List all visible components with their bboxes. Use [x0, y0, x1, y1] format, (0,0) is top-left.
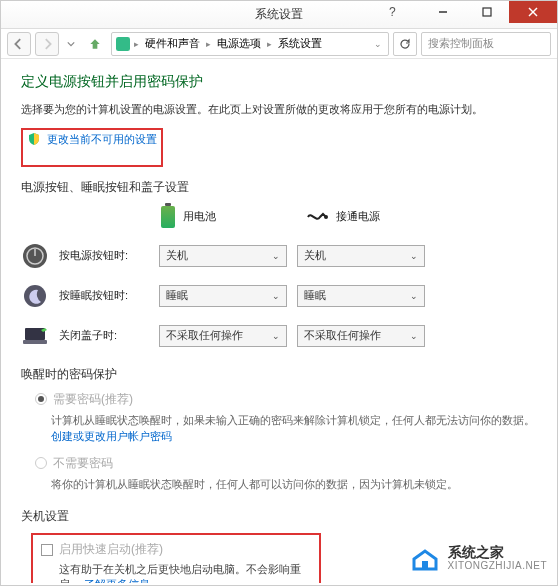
nav-back-button[interactable] — [7, 32, 31, 56]
radio-icon — [35, 457, 47, 469]
moon-icon — [21, 282, 49, 310]
titlebar: 系统设置 ? — [1, 1, 557, 29]
minimize-button[interactable] — [421, 1, 465, 23]
search-placeholder: 搜索控制面板 — [428, 36, 494, 51]
breadcrumb-item[interactable]: 电源选项 — [215, 36, 263, 51]
change-unavailable-link[interactable]: 更改当前不可用的设置 — [27, 132, 157, 147]
radio-require-password: 需要密码(推荐) — [35, 391, 537, 408]
combo-value: 不采取任何操作 — [304, 328, 381, 343]
chevron-down-icon[interactable]: ⌄ — [372, 39, 384, 49]
change-unavailable-label: 更改当前不可用的设置 — [47, 132, 157, 147]
sleep-button-row: 按睡眠按钮时: 睡眠⌄ 睡眠⌄ — [21, 282, 537, 310]
power-icon — [21, 242, 49, 270]
page-title: 定义电源按钮并启用密码保护 — [21, 73, 537, 91]
refresh-button[interactable] — [393, 32, 417, 56]
radio-no-password: 不需要密码 — [35, 455, 537, 472]
breadcrumb-item[interactable]: 系统设置 — [276, 36, 324, 51]
svg-rect-4 — [116, 37, 130, 51]
ac-header: 接通电源 — [306, 209, 380, 224]
power-battery-combo[interactable]: 关机⌄ — [159, 245, 287, 267]
nav-up-button[interactable] — [83, 32, 107, 56]
chevron-down-icon: ⌄ — [272, 331, 280, 341]
nav-recent-button[interactable] — [63, 32, 79, 56]
settings-window: 系统设置 ? ▸ 硬件和声音 — [0, 0, 558, 586]
desc-text: 计算机从睡眠状态唤醒时，如果未输入正确的密码来解除计算机锁定，任何人都无法访问你… — [51, 414, 535, 426]
breadcrumb[interactable]: ▸ 硬件和声音 ▸ 电源选项 ▸ 系统设置 ⌄ — [111, 32, 389, 56]
close-button[interactable] — [509, 1, 557, 23]
control-panel-icon — [116, 37, 130, 51]
page-intro: 选择要为您的计算机设置的电源设置。在此页上对设置所做的更改将应用于您所有的电源计… — [21, 101, 537, 118]
checkbox-icon — [41, 544, 53, 556]
arrow-up-icon — [88, 37, 102, 51]
radio-no-desc: 将你的计算机从睡眠状态唤醒时，任何人都可以访问你的数据，因为计算机未锁定。 — [51, 476, 537, 493]
arrow-right-icon — [41, 38, 53, 50]
breadcrumb-item[interactable]: 硬件和声音 — [143, 36, 202, 51]
power-button-row: 按电源按钮时: 关机⌄ 关机⌄ — [21, 242, 537, 270]
combo-value: 睡眠 — [166, 288, 188, 303]
window-controls — [421, 1, 557, 23]
power-label: 按电源按钮时: — [59, 248, 149, 263]
laptop-icon — [21, 322, 49, 350]
lid-close-row: 关闭盖子时: 不采取任何操作⌄ 不采取任何操作⌄ — [21, 322, 537, 350]
watermark: 系统之家 XITONGZHIJIA.NET — [408, 541, 548, 575]
arrow-left-icon — [13, 38, 25, 50]
lid-ac-combo[interactable]: 不采取任何操作⌄ — [297, 325, 425, 347]
power-ac-combo[interactable]: 关机⌄ — [297, 245, 425, 267]
chevron-down-icon — [67, 40, 75, 48]
sleep-ac-combo[interactable]: 睡眠⌄ — [297, 285, 425, 307]
radio-label: 不需要密码 — [53, 455, 113, 472]
chevron-right-icon: ▸ — [265, 39, 274, 49]
annotation-box-2: 启用快速启动(推荐) 这有助于在关机之后更快地启动电脑。不会影响重启。 了解更多… — [31, 533, 321, 583]
refresh-icon — [399, 38, 411, 50]
help-button[interactable]: ? — [389, 5, 409, 19]
lid-battery-combo[interactable]: 不采取任何操作⌄ — [159, 325, 287, 347]
lid-label: 关闭盖子时: — [59, 328, 149, 343]
change-password-link[interactable]: 创建或更改用户帐户密码 — [51, 430, 172, 442]
radio-icon — [35, 393, 47, 405]
combo-value: 关机 — [166, 248, 188, 263]
battery-header: 用电池 — [161, 206, 216, 228]
maximize-button[interactable] — [465, 1, 509, 23]
chevron-down-icon: ⌄ — [410, 251, 418, 261]
watermark-url: XITONGZHIJIA.NET — [448, 560, 548, 571]
chevron-down-icon: ⌄ — [272, 291, 280, 301]
ac-label: 接通电源 — [336, 209, 380, 224]
chevron-down-icon: ⌄ — [272, 251, 280, 261]
svg-rect-12 — [422, 561, 428, 569]
buttons-section-head: 电源按钮、睡眠按钮和盖子设置 — [21, 179, 537, 196]
navbar: ▸ 硬件和声音 ▸ 电源选项 ▸ 系统设置 ⌄ 搜索控制面板 — [1, 29, 557, 59]
chevron-right-icon: ▸ — [132, 39, 141, 49]
svg-rect-11 — [23, 340, 47, 344]
fast-startup-desc: 这有助于在关机之后更快地启动电脑。不会影响重启。 了解更多信息 — [59, 562, 313, 583]
nav-forward-button[interactable] — [35, 32, 59, 56]
search-input[interactable]: 搜索控制面板 — [421, 32, 551, 56]
window-title: 系统设置 — [255, 6, 303, 23]
battery-icon — [161, 206, 175, 228]
watermark-logo-icon — [408, 541, 442, 575]
combo-value: 关机 — [304, 248, 326, 263]
close-icon — [528, 7, 538, 17]
annotation-box: 更改当前不可用的设置 — [21, 128, 163, 167]
fast-startup-checkbox-row: 启用快速启动(推荐) — [41, 541, 313, 558]
shutdown-section-head: 关机设置 — [21, 508, 537, 525]
minimize-icon — [438, 7, 448, 17]
sleep-label: 按睡眠按钮时: — [59, 288, 149, 303]
fast-startup-label: 启用快速启动(推荐) — [59, 541, 163, 558]
password-section-head: 唤醒时的密码保护 — [21, 366, 537, 383]
watermark-name: 系统之家 — [448, 545, 548, 560]
chevron-down-icon: ⌄ — [410, 331, 418, 341]
radio-label: 需要密码(推荐) — [53, 391, 133, 408]
battery-label: 用电池 — [183, 209, 216, 224]
combo-value: 睡眠 — [304, 288, 326, 303]
learn-more-link[interactable]: 了解更多信息 — [84, 578, 150, 583]
maximize-icon — [482, 7, 492, 17]
chevron-right-icon: ▸ — [204, 39, 213, 49]
plug-icon — [306, 210, 328, 224]
svg-point-5 — [324, 215, 328, 219]
content-area: 定义电源按钮并启用密码保护 选择要为您的计算机设置的电源设置。在此页上对设置所做… — [1, 59, 557, 583]
chevron-down-icon: ⌄ — [410, 291, 418, 301]
radio-require-desc: 计算机从睡眠状态唤醒时，如果未输入正确的密码来解除计算机锁定，任何人都无法访问你… — [51, 412, 537, 445]
sleep-battery-combo[interactable]: 睡眠⌄ — [159, 285, 287, 307]
device-header-row: 用电池 接通电源 — [21, 206, 537, 228]
shield-icon — [27, 132, 41, 146]
